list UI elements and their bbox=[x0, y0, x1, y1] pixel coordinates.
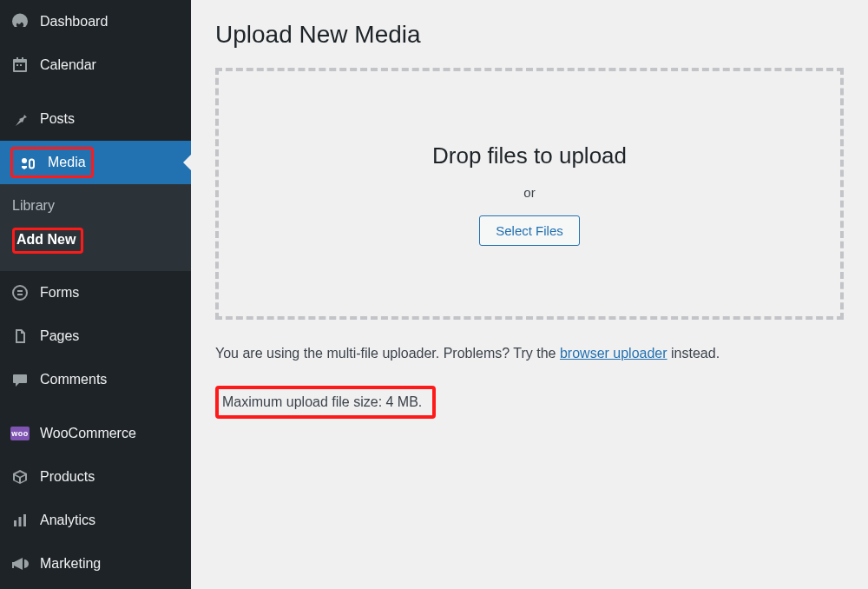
app-root: Dashboard Calendar Posts Media bbox=[0, 0, 868, 589]
main-content: Upload New Media Drop files to upload or… bbox=[191, 0, 868, 589]
sidebar-item-label: Media bbox=[48, 155, 86, 170]
sidebar-item-calendar[interactable]: Calendar bbox=[0, 43, 191, 87]
sidebar-item-label: Comments bbox=[40, 372, 107, 387]
highlight-box-add-new: Add New bbox=[12, 228, 83, 254]
uploader-note: You are using the multi-file uploader. P… bbox=[215, 346, 844, 361]
sidebar-item-media[interactable]: Media bbox=[0, 141, 191, 184]
bars-icon bbox=[10, 511, 30, 530]
sidebar-submenu-media: Library Add New bbox=[0, 184, 191, 271]
pages-icon bbox=[10, 327, 30, 346]
sidebar-item-label: Dashboard bbox=[40, 14, 108, 30]
sidebar-item-label: Marketing bbox=[40, 556, 101, 572]
browser-uploader-link[interactable]: browser uploader bbox=[560, 346, 667, 361]
sidebar-item-label: Pages bbox=[40, 328, 79, 344]
sidebar-item-products[interactable]: Products bbox=[0, 455, 191, 499]
sidebar-item-marketing[interactable]: Marketing bbox=[0, 542, 191, 586]
megaphone-icon bbox=[10, 554, 30, 573]
sidebar-item-label: WooCommerce bbox=[40, 426, 136, 441]
note-text-post: instead. bbox=[667, 346, 720, 361]
sidebar-item-posts[interactable]: Posts bbox=[0, 97, 191, 141]
dropzone-headline: Drop files to upload bbox=[432, 142, 627, 169]
calendar-icon bbox=[10, 56, 30, 75]
forms-icon bbox=[10, 283, 30, 302]
upload-dropzone[interactable]: Drop files to upload or Select Files bbox=[215, 68, 844, 320]
svg-point-1 bbox=[13, 286, 27, 300]
sidebar-subitem-library[interactable]: Library bbox=[0, 191, 191, 221]
gauge-icon bbox=[10, 12, 30, 31]
note-text-pre: You are using the multi-file uploader. P… bbox=[215, 346, 560, 361]
page-title: Upload New Media bbox=[215, 21, 844, 49]
pin-icon bbox=[10, 109, 30, 129]
sidebar-item-label: Posts bbox=[40, 111, 75, 127]
svg-rect-4 bbox=[14, 520, 16, 526]
sidebar-item-label: Calendar bbox=[40, 57, 96, 73]
svg-rect-5 bbox=[19, 517, 22, 526]
svg-rect-2 bbox=[17, 290, 23, 292]
dropzone-or-label: or bbox=[523, 185, 535, 200]
box-icon bbox=[10, 467, 30, 486]
submenu-label: Library bbox=[12, 198, 55, 213]
sidebar-item-dashboard[interactable]: Dashboard bbox=[0, 0, 191, 43]
media-icon bbox=[18, 153, 37, 172]
menu-separator bbox=[0, 401, 191, 412]
sidebar-item-comments[interactable]: Comments bbox=[0, 358, 191, 401]
sidebar-item-analytics[interactable]: Analytics bbox=[0, 499, 191, 542]
sidebar-item-pages[interactable]: Pages bbox=[0, 314, 191, 358]
svg-point-0 bbox=[22, 158, 27, 163]
select-files-button[interactable]: Select Files bbox=[479, 215, 580, 246]
svg-rect-3 bbox=[17, 294, 23, 295]
svg-rect-6 bbox=[23, 514, 26, 526]
submenu-label: Add New bbox=[16, 232, 76, 247]
sidebar-subitem-add-new[interactable]: Add New bbox=[0, 221, 191, 261]
woo-badge: woo bbox=[10, 427, 30, 440]
sidebar-item-label: Forms bbox=[40, 285, 79, 301]
sidebar-item-label: Products bbox=[40, 469, 95, 485]
woo-icon: woo bbox=[10, 424, 30, 443]
sidebar-item-woocommerce[interactable]: woo WooCommerce bbox=[0, 412, 191, 455]
sidebar-item-label: Analytics bbox=[40, 513, 95, 528]
comment-icon bbox=[10, 370, 30, 389]
sidebar-item-forms[interactable]: Forms bbox=[0, 271, 191, 314]
max-upload-size-text: Maximum upload file size: 4 MB. bbox=[215, 386, 436, 419]
menu-separator bbox=[0, 87, 191, 97]
admin-sidebar: Dashboard Calendar Posts Media bbox=[0, 0, 191, 589]
highlight-box-media: Media bbox=[10, 147, 94, 178]
